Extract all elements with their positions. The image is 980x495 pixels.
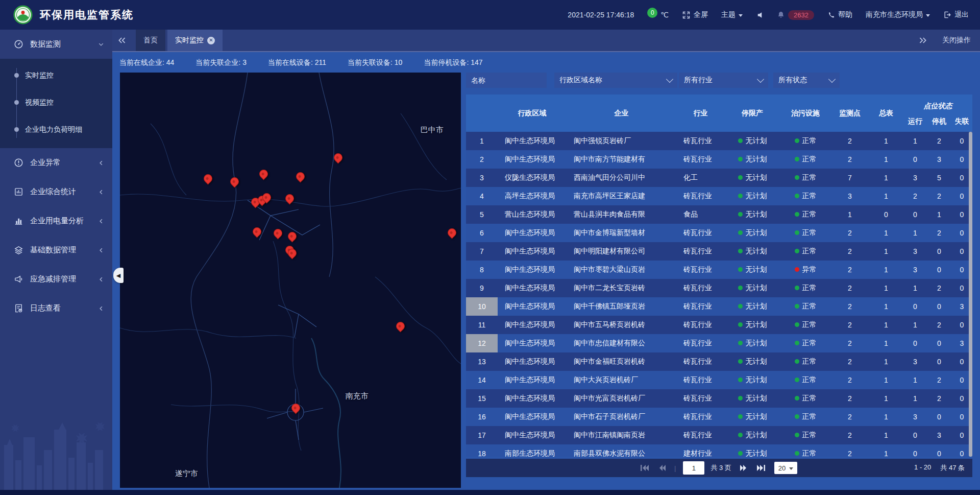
map-panel[interactable]: 巴中市南充市遂宁市 — [120, 73, 461, 488]
stat-当前失联设备: 当前失联设备: 10 — [348, 58, 402, 67]
sidebar-group-3[interactable]: 企业用电量分析 — [0, 206, 112, 235]
city-label-南充市: 南充市 — [346, 391, 369, 400]
table-row[interactable]: 18南部生态环境局南部县双佛水泥有限公建材行业无计划正常21000 — [466, 444, 972, 457]
logout-button[interactable]: 退出 — [943, 10, 969, 19]
prev-page-button[interactable] — [657, 464, 667, 472]
cell-company: 阆中市枣碧大梁山页岩 — [567, 265, 676, 274]
cell-company: 阆中市光富页岩机砖厂 — [567, 394, 676, 403]
cell-running: 0 — [903, 210, 927, 219]
sidebar-group-label: 企业用电量分析 — [30, 216, 91, 226]
tab-realtime-monitoring[interactable]: 实时监控 ✕ — [167, 30, 223, 51]
cell-region: 阆中生态环境局 — [498, 136, 567, 146]
close-operations-button[interactable]: 关闭操作 — [942, 36, 971, 45]
table-row[interactable]: 9阆中生态环境局阆中市二龙长宝页岩砖砖瓦行业无计划正常21120 — [466, 279, 972, 297]
cell-running: 3 — [903, 247, 927, 255]
region-select[interactable]: 行政区域名称 — [554, 73, 677, 88]
cell-stopped: 2 — [927, 192, 951, 200]
chevron-left-icon — [98, 189, 104, 195]
datetime: 2021-02-25 17:46:18 — [568, 11, 634, 19]
page-size-select[interactable]: 20 — [774, 462, 797, 474]
col-treatment: 治污设施 — [780, 95, 831, 132]
cell-running: 1 — [903, 376, 927, 384]
table-row[interactable]: 10阆中生态环境局阆中千佛镇五郎垭页岩砖瓦行业无计划正常21003 — [466, 297, 972, 316]
table-row[interactable]: 14阆中生态环境局阆中大兴页岩机砖厂砖瓦行业无计划正常21120 — [466, 371, 972, 389]
sidebar-item-视频监控[interactable]: 视频监控 — [0, 89, 112, 116]
cell-stopped: 2 — [927, 376, 951, 384]
record-total-label: 共 47 条 — [940, 463, 965, 473]
status-dot-green-icon — [738, 230, 743, 235]
cell-running: 0 — [903, 155, 927, 163]
next-page-button[interactable] — [739, 464, 749, 472]
city-label-巴中市: 巴中市 — [421, 125, 444, 135]
cell-monitor-points: 2 — [831, 284, 869, 292]
table-row[interactable]: 5营山生态环境局营山县润丰肉食品有限食品无计划正常10010 — [466, 205, 972, 224]
cell-industry: 砖瓦行业 — [676, 357, 725, 366]
cell-stopped: 5 — [927, 174, 951, 182]
cell-stop-plan: 无计划 — [725, 210, 780, 219]
sidebar-item-企业电力负荷明细[interactable]: 企业电力负荷明细 — [0, 116, 112, 143]
double-chevron-right-icon[interactable] — [919, 37, 927, 44]
status-dot-green-icon — [738, 212, 743, 217]
notifications[interactable]: 2632 — [777, 10, 814, 20]
status-select[interactable]: 所有状态 — [773, 73, 840, 88]
col-offline: 失联 — [951, 111, 972, 132]
table-row[interactable]: 15阆中生态环境局阆中市光富页岩机砖厂砖瓦行业无计划正常21120 — [466, 389, 972, 408]
table-row[interactable]: 4高坪生态环境局南充市高坪区王家店建砖瓦行业无计划正常31220 — [466, 187, 972, 205]
row-index: 12 — [466, 334, 498, 352]
cell-region: 南部生态环境局 — [498, 449, 567, 457]
fullscreen-button[interactable]: 全屏 — [682, 10, 708, 19]
table-scrollbar[interactable] — [969, 132, 972, 457]
org-dropdown[interactable]: 南充市生态环境局 — [866, 10, 930, 19]
tab-home[interactable]: 首页 — [136, 30, 165, 51]
last-page-button[interactable] — [756, 464, 766, 472]
table-row[interactable]: 16阆中生态环境局阆中市石子页岩机砖厂砖瓦行业无计划正常21300 — [466, 408, 972, 426]
cell-monitor-points: 2 — [831, 450, 869, 457]
table-row[interactable]: 6阆中生态环境局阆中市金博瑞新型墙材砖瓦行业无计划正常21120 — [466, 224, 972, 242]
caret-down-icon — [789, 467, 793, 470]
cell-stopped: 3 — [927, 431, 951, 439]
name-search-input[interactable] — [466, 73, 547, 88]
industry-select[interactable]: 所有行业 — [679, 73, 768, 88]
first-page-button[interactable] — [640, 464, 650, 472]
tabs-scroll-left-button[interactable] — [112, 30, 132, 51]
sound-toggle-button[interactable] — [756, 11, 764, 19]
map-collapse-handle[interactable]: ◀ — [113, 268, 124, 283]
cell-stop-plan: 无计划 — [725, 320, 780, 329]
status-dot-green-icon — [738, 138, 743, 143]
cell-treatment-status: 正常 — [780, 210, 831, 219]
sidebar-group-2[interactable]: 企业综合统计 — [0, 177, 112, 206]
cell-running: 0 — [903, 302, 927, 311]
page-number-input[interactable] — [683, 461, 704, 475]
sidebar-group-4[interactable]: 基础数据管理 — [0, 235, 112, 265]
table-row[interactable]: 13阆中生态环境局阆中市金福旺页岩机砖砖瓦行业无计划正常21300 — [466, 352, 972, 371]
table-row[interactable]: 3仪陇生态环境局西南油气田分公司川中化工无计划正常71350 — [466, 169, 972, 187]
status-dot-green-icon — [795, 433, 799, 437]
sidebar-group-6[interactable]: 日志查看 — [0, 294, 112, 323]
status-dot-green-icon — [795, 451, 799, 456]
table-row[interactable]: 17阆中生态环境局阆中市江南镇阆南页岩砖瓦行业无计划正常21030 — [466, 426, 972, 444]
sidebar-group-0[interactable]: 数据监测 — [0, 30, 112, 59]
point-status-group-label: 点位状态 — [903, 95, 972, 111]
cell-region: 阆中生态环境局 — [498, 375, 567, 385]
sidebar-group-1[interactable]: 企业异常 — [0, 148, 112, 177]
table-row[interactable]: 2阆中生态环境局阆中市南方节能建材有砖瓦行业无计划正常21030 — [466, 150, 972, 169]
cell-company: 南充市高坪区王家店建 — [567, 192, 676, 201]
table-row[interactable]: 7阆中生态环境局阆中明阳建材有限公司砖瓦行业无计划正常21300 — [466, 242, 972, 261]
tab-close-icon[interactable]: ✕ — [207, 37, 215, 44]
status-dot-green-icon — [738, 249, 743, 253]
sidebar-item-实时监控[interactable]: 实时监控 — [0, 62, 112, 89]
cell-stop-plan: 无计划 — [725, 192, 780, 201]
temperature-unit: ℃ — [660, 11, 669, 19]
help-button[interactable]: 帮助 — [827, 10, 852, 19]
cell-monitor-points: 2 — [831, 431, 869, 439]
sidebar-group-5[interactable]: 应急减排管理 — [0, 265, 112, 294]
status-dot-green-icon — [795, 304, 799, 309]
theme-dropdown[interactable]: 主题 — [721, 10, 743, 19]
table-row[interactable]: 12阆中生态环境局阆中市忠信建材有限公砖瓦行业无计划正常21003 — [466, 334, 972, 352]
table-row[interactable]: 11阆中生态环境局阆中市五马桥页岩机砖砖瓦行业无计划正常21120 — [466, 316, 972, 334]
table-row[interactable]: 1阆中生态环境局阆中强锐页岩砖厂砖瓦行业无计划正常21120 — [466, 132, 972, 150]
col-index — [466, 95, 498, 132]
table-row[interactable]: 8阆中生态环境局阆中市枣碧大梁山页岩砖瓦行业无计划异常21300 — [466, 261, 972, 279]
cell-industry: 砖瓦行业 — [676, 302, 725, 311]
caret-down-icon — [926, 14, 930, 17]
